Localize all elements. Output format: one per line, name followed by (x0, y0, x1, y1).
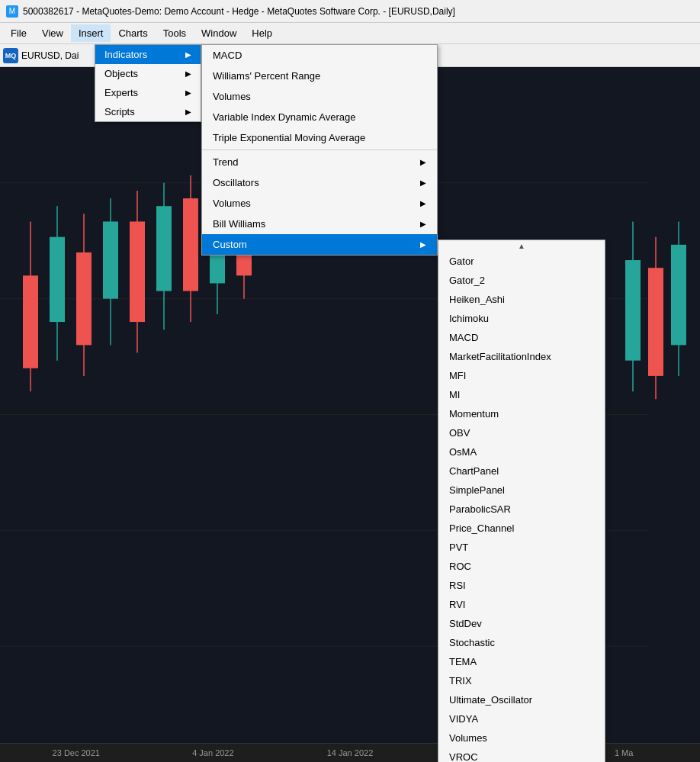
timeline-label-0: 23 Dec 2021 (8, 748, 145, 757)
menu-insert-dropdown: Indicators ▶ Objects ▶ Experts ▶ Scripts… (95, 44, 201, 122)
custom-vidya[interactable]: VIDYA (438, 709, 605, 728)
arrow-icon: ▶ (420, 178, 426, 187)
svg-rect-13 (103, 221, 118, 298)
menu-file[interactable]: File (3, 24, 34, 42)
custom-tema[interactable]: TEMA (438, 652, 605, 671)
app-icon: M (6, 5, 18, 18)
custom-gator[interactable]: Gator (438, 252, 605, 271)
indicator-macd[interactable]: MACD (202, 45, 437, 66)
toolbar-symbol: EURUSD, Dai (21, 50, 79, 61)
svg-rect-19 (183, 198, 198, 291)
custom-mfi[interactable]: MFI (438, 366, 605, 385)
custom-vroc[interactable]: VROC (438, 748, 605, 762)
custom-chartpanel[interactable]: ChartPanel (438, 461, 605, 481)
svg-rect-17 (156, 206, 172, 291)
menu-insert-scripts[interactable]: Scripts ▶ (95, 102, 201, 121)
custom-price-channel[interactable]: Price_Channel (438, 519, 605, 538)
custom-stddev[interactable]: StdDev (438, 614, 605, 633)
arrow-icon: ▶ (185, 50, 191, 59)
menu-divider (202, 150, 437, 150)
menu-help[interactable]: Help (244, 24, 280, 42)
title-bar: M 5000382617 - MetaQuotes-Demo: Demo Acc… (0, 0, 700, 23)
indicator-bill-williams[interactable]: Bill Williams ▶ (202, 214, 437, 234)
menu-view[interactable]: View (34, 24, 71, 42)
custom-momentum[interactable]: Momentum (438, 404, 605, 423)
menu-insert-indicators[interactable]: Indicators ▶ (95, 45, 201, 64)
indicator-vidya[interactable]: Variable Index Dynamic Average (202, 107, 437, 127)
custom-heiken-ashi[interactable]: Heiken_Ashi (438, 290, 605, 309)
arrow-icon: ▶ (185, 88, 191, 97)
svg-rect-29 (671, 245, 686, 346)
arrow-icon: ▶ (420, 220, 426, 228)
arrow-icon: ▶ (420, 158, 426, 166)
svg-rect-25 (625, 260, 641, 361)
indicator-trend[interactable]: Trend ▶ (202, 152, 437, 172)
scroll-up-button[interactable]: ▲ (438, 240, 605, 252)
indicator-tema[interactable]: Triple Exponential Moving Average (202, 127, 437, 148)
custom-gator-2[interactable]: Gator_2 (438, 271, 605, 290)
timeline-label-2: 14 Jan 2022 (281, 748, 419, 757)
custom-trix[interactable]: TRIX (438, 671, 605, 690)
arrow-icon: ▶ (185, 69, 191, 78)
custom-rsi[interactable]: RSI (438, 576, 605, 595)
custom-parabolicsar[interactable]: ParabolicSAR (438, 500, 605, 519)
custom-simplepanel[interactable]: SimplePanel (438, 481, 605, 500)
indicator-volumes[interactable]: Volumes (202, 86, 437, 107)
arrow-icon: ▶ (420, 240, 426, 249)
custom-volumes[interactable]: Volumes (438, 728, 605, 748)
svg-rect-11 (76, 252, 92, 345)
indicator-volumes2[interactable]: Volumes ▶ (202, 193, 437, 214)
custom-osma[interactable]: OsMA (438, 442, 605, 461)
custom-stochastic[interactable]: Stochastic (438, 633, 605, 652)
menu-tools[interactable]: Tools (156, 24, 194, 42)
custom-obv[interactable]: OBV (438, 423, 605, 442)
indicator-custom[interactable]: Custom ▶ (202, 234, 437, 255)
custom-roc[interactable]: ROC (438, 557, 605, 576)
menu-insert-experts[interactable]: Experts ▶ (95, 83, 201, 102)
menu-insert-objects[interactable]: Objects ▶ (95, 64, 201, 83)
svg-rect-7 (23, 275, 38, 368)
custom-mi[interactable]: MI (438, 385, 605, 404)
svg-rect-27 (648, 268, 663, 376)
indicator-oscillators[interactable]: Oscillators ▶ (202, 172, 437, 193)
custom-pvt[interactable]: PVT (438, 538, 605, 557)
menu-window[interactable]: Window (194, 24, 244, 42)
custom-ultimate-oscillator[interactable]: Ultimate_Oscillator (438, 690, 605, 709)
menu-charts[interactable]: Charts (111, 24, 155, 42)
arrow-icon: ▶ (185, 108, 191, 116)
custom-ichimoku[interactable]: Ichimoku (438, 309, 605, 328)
custom-macd[interactable]: MACD (438, 328, 605, 347)
toolbar-logo: MQ (3, 48, 18, 63)
indicator-wpr[interactable]: Williams' Percent Range (202, 66, 437, 86)
custom-market-facilitation[interactable]: MarketFacilitationIndex (438, 347, 605, 366)
arrow-icon: ▶ (420, 199, 426, 207)
timeline-label-1: 4 Jan 2022 (145, 748, 282, 757)
svg-rect-15 (130, 221, 145, 322)
svg-rect-9 (50, 237, 65, 322)
menu-bar: File View Insert Charts Tools Window Hel… (0, 23, 700, 44)
menu-insert[interactable]: Insert (71, 24, 111, 42)
menu-custom-dropdown: ▲ Gator Gator_2 Heiken_Ashi Ichimoku MAC… (438, 240, 605, 762)
menu-indicators-dropdown: MACD Williams' Percent Range Volumes Var… (201, 44, 438, 256)
title-text: 5000382617 - MetaQuotes-Demo: Demo Accou… (23, 6, 455, 17)
custom-rvi[interactable]: RVI (438, 595, 605, 614)
